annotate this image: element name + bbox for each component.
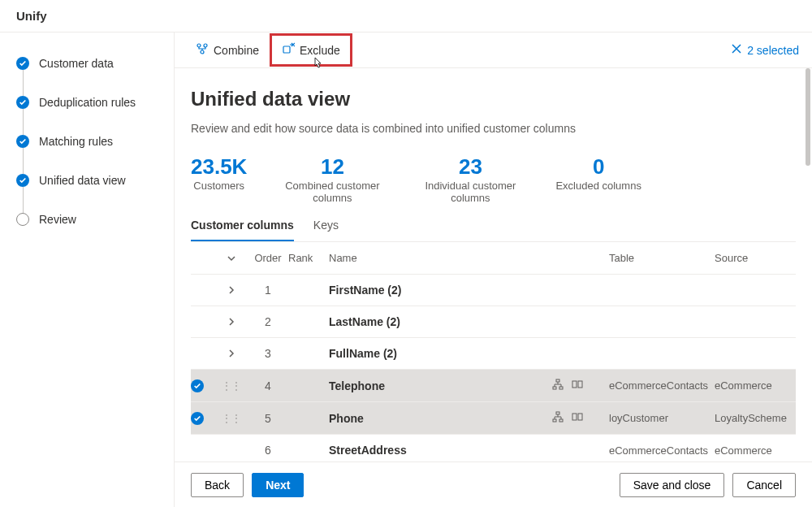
chevron-right-icon [227,285,236,295]
back-button[interactable]: Back [191,473,244,497]
table-row[interactable]: 6StreetAddresseCommerceContactseCommerce [191,435,796,462]
row-action-icons [552,411,609,425]
svg-rect-3 [283,46,290,53]
check-icon [16,57,29,70]
svg-rect-9 [556,412,559,414]
stat-label: Customers [191,180,247,192]
tab-customer-columns[interactable]: Customer columns [191,210,294,241]
stat-excluded: 0 Excluded columns [555,154,641,204]
svg-point-0 [197,44,201,47]
save-close-button[interactable]: Save and close [620,473,725,497]
exclude-button[interactable]: Exclude [274,37,348,63]
columns-table: Order Rank Name Table Source 1FirstName … [191,242,796,462]
row-source: eCommerce [715,379,796,392]
step-deduplication[interactable]: Deduplication rules [16,96,158,109]
table-row[interactable]: ⋮⋮4TelephoneeCommerceContactseCommerce [191,370,796,402]
exclude-icon [282,42,295,58]
table-header: Order Rank Name Table Source [191,242,796,275]
check-icon [191,412,204,425]
row-name: FullName (2) [329,347,552,360]
content-area: Unified data view Review and edit how so… [175,68,812,462]
stat-value: 23.5K [191,154,247,180]
combine-button[interactable]: Combine [188,37,267,63]
table-row[interactable]: 1FirstName (2) [191,275,796,306]
tab-row: Customer columns Keys [191,210,796,242]
combine-label: Combine [214,44,259,57]
scrollbar-thumb[interactable] [806,68,810,166]
step-unified-view[interactable]: Unified data view [16,174,158,187]
tab-keys[interactable]: Keys [313,210,339,241]
scrollbar-track[interactable] [802,68,812,462]
stat-individual: 23 Individual customer columns [417,154,523,204]
row-order: 4 [248,379,288,392]
page-title: Unified data view [191,88,796,110]
row-checkbox[interactable] [191,379,215,392]
check-icon [16,174,29,187]
next-button[interactable]: Next [252,473,304,497]
svg-rect-8 [578,381,582,388]
header-table[interactable]: Table [609,252,715,264]
svg-rect-10 [553,419,556,422]
header-rank[interactable]: Rank [288,252,329,264]
header-source[interactable]: Source [715,252,796,264]
row-name: LastName (2) [329,315,552,328]
row-expand[interactable] [215,349,248,358]
stat-label: Combined customer columns [279,180,385,204]
check-icon [191,379,204,392]
row-expand[interactable] [215,317,248,327]
app-title: Unify [16,9,47,23]
svg-rect-4 [556,379,559,382]
row-name: FirstName (2) [329,284,552,297]
split-icon[interactable] [572,379,583,392]
hierarchy-icon[interactable] [552,379,564,392]
close-icon [731,43,742,57]
col-expand[interactable] [215,254,248,263]
drag-handle-icon[interactable]: ⋮⋮ [222,380,241,392]
step-label: Review [39,213,76,226]
row-checkbox[interactable] [191,412,215,425]
cancel-button[interactable]: Cancel [732,473,796,497]
hierarchy-icon[interactable] [552,411,564,425]
step-label: Deduplication rules [39,96,136,109]
check-icon [16,96,29,109]
header-order[interactable]: Order [248,252,288,264]
drag-handle-icon[interactable]: ⋮⋮ [222,413,241,424]
row-table: loyCustomer [609,412,715,424]
row-order: 3 [248,347,288,360]
pending-icon [16,213,29,226]
row-expand[interactable]: ⋮⋮ [215,380,248,392]
step-customer-data[interactable]: Customer data [16,57,158,70]
svg-point-1 [204,44,207,47]
step-matching[interactable]: Matching rules [16,135,158,148]
header-name[interactable]: Name [329,252,552,264]
stat-label: Excluded columns [555,180,641,192]
table-row[interactable]: ⋮⋮5PhoneloyCustomerLoyaltyScheme [191,402,796,435]
chevron-down-icon [227,254,236,263]
row-name: StreetAddress [329,444,552,457]
row-order: 1 [248,284,288,297]
row-table: eCommerceContacts [609,379,715,392]
table-row[interactable]: 2LastName (2) [191,306,796,338]
stat-combined: 12 Combined customer columns [279,154,385,204]
step-review[interactable]: Review [16,213,158,226]
row-expand[interactable] [215,285,248,295]
wizard-sidebar: Customer data Deduplication rules Matchi… [0,32,175,507]
svg-rect-11 [559,419,563,422]
main-panel: Combine Exclude 2 selected Unified data … [175,32,812,507]
cursor-icon [311,57,324,70]
svg-rect-13 [578,414,582,420]
stats-row: 23.5K Customers 12 Combined customer col… [191,154,796,204]
row-source: eCommerce [715,444,796,457]
table-row[interactable]: 3FullName (2) [191,338,796,370]
row-name: Telephone [329,379,552,392]
row-source: LoyaltyScheme [715,412,796,424]
selection-indicator[interactable]: 2 selected [731,43,799,57]
exclude-label: Exclude [300,44,340,57]
split-icon[interactable] [572,411,583,425]
step-label: Unified data view [39,174,126,187]
connector-line [23,109,24,135]
svg-rect-6 [559,387,563,389]
check-icon [16,135,29,148]
row-action-icons [552,379,609,392]
row-expand[interactable]: ⋮⋮ [215,413,248,424]
